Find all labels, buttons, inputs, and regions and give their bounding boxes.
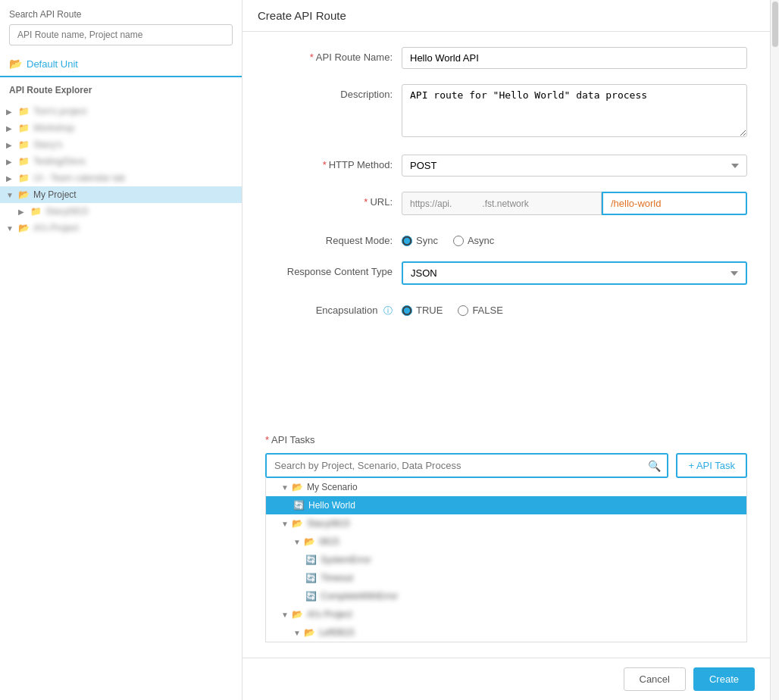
cancel-button[interactable]: Cancel [624,667,686,691]
tree-item-label: Al's Project [33,223,79,233]
folder-icon: 📂 [9,58,22,70]
create-button[interactable]: Create [693,667,755,691]
task-tree-item[interactable]: 🔄Timeout [266,569,746,587]
folder-icon: 📁 [18,139,30,150]
url-row-inputs [402,192,747,215]
api-route-name-control [402,47,747,69]
request-mode-control: Sync Async [402,230,747,246]
add-task-button[interactable]: + API Task [676,453,747,478]
response-content-type-label: Response Content Type [265,261,402,277]
request-mode-label: Request Mode: [265,230,402,246]
open-folder-icon: 📂 [18,189,30,200]
task-tree-item[interactable]: 🔄CompleteWithError [266,587,746,605]
api-route-name-label: *API Route Name: [265,47,402,63]
tree-item-label: Testing/Devs [33,156,86,167]
tree-item-label: Stacy's [33,139,62,150]
tree-item[interactable]: ▶📁Stacy's [0,136,242,153]
description-label: Description: [265,84,402,100]
default-unit-label: Default Unit [27,58,78,70]
tree-item-label: Workshop [33,123,74,133]
async-option[interactable]: Async [453,235,494,246]
tree-item-label: UI - Team calendar tab [33,173,125,183]
footer-bar: Cancel Create [242,658,770,700]
tasks-search-row: 🔍 + API Task [265,453,747,478]
api-route-name-input[interactable] [402,47,747,69]
folder-icon: 📂 [18,223,30,233]
tree-item[interactable]: ▼📂Al's Project [0,220,242,236]
description-control [402,84,747,139]
task-item-label: Hello World [308,500,355,511]
true-radio[interactable] [402,305,412,316]
false-label: FALSE [472,305,502,316]
folder-icon: 📂 [292,518,303,529]
task-item-label: CompleteWithError [321,591,398,602]
http-method-row: *HTTP Method: POST GET PUT DELETE [265,155,747,177]
task-tree-item[interactable]: 🔄Hello World [266,496,746,514]
task-item-label: Al's Project [307,609,352,620]
task-item-label: Left0815 [319,627,355,638]
search-section: Search API Route [0,0,242,52]
tasks-search-wrapper: 🔍 [265,453,668,478]
folder-icon: 📂 [292,609,303,620]
http-method-label: *HTTP Method: [265,155,402,170]
task-tree-item[interactable]: ▼📂Left0815 [266,623,746,642]
tree-item[interactable]: ▼📂My Project [0,186,242,203]
task-item-label: My Scenario [307,482,358,492]
task-tree-item[interactable]: 🔄SystemError [266,551,746,569]
tasks-label: *API Tasks [265,434,747,445]
task-item-label: SystemError [321,555,371,565]
main-content: Create API Route *API Route Name: Descri… [242,0,770,700]
request-mode-radio-group: Sync Async [402,230,747,246]
task-tree-item[interactable]: ▼📂0815 [266,533,746,551]
folder-icon: 📂 [304,536,315,547]
sync-label: Sync [416,235,438,246]
async-label: Async [468,235,494,246]
folder-icon: 📂 [292,482,303,492]
tree-item-label: Tom's project [33,106,86,117]
right-scrollbar[interactable] [770,0,779,700]
url-label: *URL: [265,192,402,208]
http-method-select[interactable]: POST GET PUT DELETE [402,155,747,177]
tasks-search-input[interactable] [267,455,667,477]
tasks-section: *API Tasks 🔍 + API Task ▼📂My Scenario🔄He… [242,434,770,658]
folder-icon: 📁 [18,106,30,117]
main-header: Create API Route [242,0,770,32]
tree-item[interactable]: ▶📁Stacy0815 [0,203,242,220]
task-tree-item[interactable]: ▼📂Stacy0815 [266,514,746,533]
tree-item-label: Stacy0815 [45,206,89,217]
folder-icon: 📂 [304,627,315,638]
false-option[interactable]: FALSE [458,305,502,316]
tree-item[interactable]: ▶📁Tom's project [0,103,242,120]
tree-item[interactable]: ▶📁UI - Team calendar tab [0,170,242,186]
async-radio[interactable] [453,236,464,246]
response-content-type-control: JSON XML Text [402,261,747,285]
description-textarea[interactable] [402,84,747,137]
explorer-label: API Route Explorer [0,77,242,100]
task-tree-item[interactable]: ▼📂My Scenario [266,478,746,496]
search-input[interactable] [9,24,233,45]
sync-radio[interactable] [402,236,412,246]
request-mode-row: Request Mode: Sync Async [265,230,747,246]
true-label: TRUE [416,305,443,316]
task-icon: 🔄 [305,591,317,602]
folder-icon: 📁 [30,206,42,217]
url-path-input[interactable] [602,192,747,215]
task-tree-item[interactable]: ▼📂Al's Project [266,605,746,623]
description-row: Description: [265,84,747,139]
response-content-type-select[interactable]: JSON XML Text [402,261,747,285]
url-base-input [402,192,602,215]
form-area: *API Route Name: Description: *HTTP Meth… [242,32,770,434]
true-option[interactable]: TRUE [402,305,443,316]
encapsulation-radio-group: TRUE FALSE [402,300,747,316]
url-row: *URL: [265,192,747,215]
false-radio[interactable] [458,305,468,316]
task-item-label: Stacy0815 [307,518,350,529]
default-unit[interactable]: 📂 Default Unit [0,52,242,77]
task-icon: 🔄 [293,500,305,511]
task-icon: 🔄 [305,555,317,565]
url-control [402,192,747,215]
tree-item[interactable]: ▶📁Workshop [0,120,242,136]
sync-option[interactable]: Sync [402,235,438,246]
tree-item[interactable]: ▶📁Testing/Devs [0,153,242,170]
task-item-label: 0815 [319,536,339,547]
